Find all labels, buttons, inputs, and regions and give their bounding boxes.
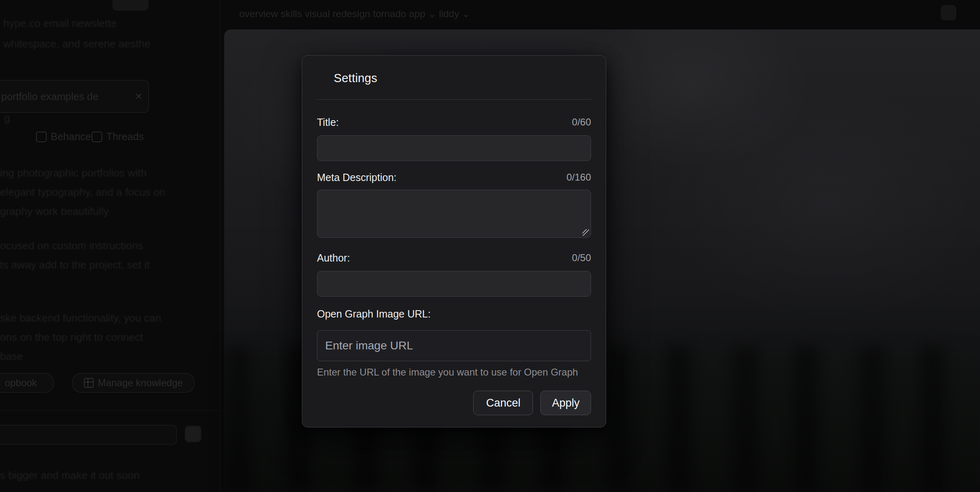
checkbox-threads[interactable]: Threads xyxy=(92,131,144,143)
checkbox-label: Behance xyxy=(51,131,91,143)
close-icon[interactable]: × xyxy=(135,90,142,103)
grid-icon xyxy=(84,378,94,388)
meta-description-char-counter: 0/160 xyxy=(566,171,591,183)
checkbox-icon[interactable] xyxy=(36,132,47,142)
send-button[interactable] xyxy=(185,426,201,442)
title-field-label: Title: xyxy=(317,116,339,128)
checkbox-icon[interactable] xyxy=(92,132,102,142)
button-label: opbook xyxy=(5,377,37,389)
cancel-button[interactable]: Cancel xyxy=(473,391,533,415)
sidebar-paragraph: ing photographic portfolios with elegant… xyxy=(0,163,165,221)
button-label: Manage knowledge xyxy=(98,377,183,389)
topbar-settings-icon[interactable] xyxy=(941,5,956,20)
og-image-url-helper-text: Enter the URL of the image you want to u… xyxy=(317,367,591,378)
author-char-counter: 0/50 xyxy=(572,252,591,264)
sidebar-text-line: hype.co email newslette xyxy=(3,17,117,30)
og-image-url-label: Open Graph Image URL: xyxy=(317,308,431,320)
sidebar-footer-note: s bigger and make it out soon xyxy=(0,469,139,482)
attachment-chip[interactable]: portfolio examples de × xyxy=(0,80,149,113)
settings-modal: Settings Title: 0/60 Meta Description: 0… xyxy=(302,55,606,427)
attachment-label: portfolio examples de xyxy=(1,91,99,103)
title-input[interactable] xyxy=(317,135,591,161)
meta-description-label: Meta Description: xyxy=(317,171,397,183)
app-root: overview skills visual redesign tornado … xyxy=(0,0,980,492)
title-char-counter: 0/60 xyxy=(572,116,591,128)
sidebar-divider xyxy=(0,410,220,411)
modal-actions: Cancel Apply xyxy=(317,391,591,415)
sidebar-paragraph: ocused on custom instructions ts away ad… xyxy=(0,236,150,275)
sidebar-button-opbook[interactable]: opbook xyxy=(0,373,54,393)
sidebar: hype.co email newslette whitespace, and … xyxy=(0,0,220,492)
og-image-url-input[interactable] xyxy=(317,330,591,361)
checkbox-label: Threads xyxy=(106,131,144,143)
sidebar-tab-stub[interactable] xyxy=(112,0,148,11)
modal-title: Settings xyxy=(334,71,591,85)
sidebar-text-line: whitespace, and serene aesthe xyxy=(3,38,151,50)
author-input[interactable] xyxy=(317,271,591,297)
manage-knowledge-button[interactable]: Manage knowledge xyxy=(72,373,195,393)
checkbox-behance[interactable]: Behance xyxy=(36,131,91,143)
sidebar-paragraph: ske backend functionality, you can ons o… xyxy=(0,309,161,366)
apply-button[interactable]: Apply xyxy=(540,391,591,415)
sidebar-text-line: g xyxy=(4,112,10,125)
sidebar-chat-input[interactable] xyxy=(0,425,177,445)
modal-divider xyxy=(317,99,591,100)
author-field-label: Author: xyxy=(317,252,350,264)
meta-description-wrap xyxy=(317,190,591,238)
breadcrumb: overview skills visual redesign tornado … xyxy=(239,8,470,20)
meta-description-textarea[interactable] xyxy=(317,190,591,238)
